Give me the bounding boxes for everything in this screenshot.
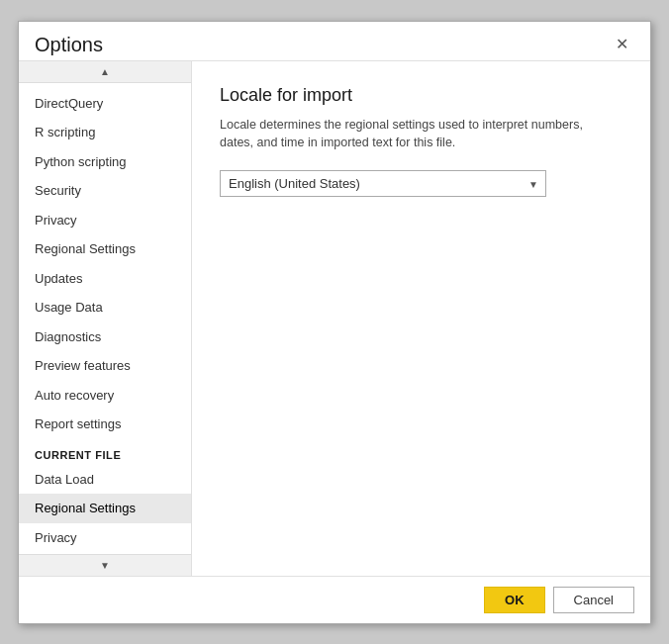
sidebar-item-regional-settings-file[interactable]: Regional Settings	[19, 494, 191, 523]
sidebar-item-python-scripting[interactable]: Python scripting	[19, 147, 191, 177]
scroll-up-arrow[interactable]: ▲	[19, 61, 191, 83]
sidebar-item-regional-settings[interactable]: Regional Settings	[19, 234, 191, 264]
chevron-up-icon: ▲	[100, 66, 110, 77]
close-button[interactable]: ✕	[610, 35, 634, 54]
sidebar-global-section: DirectQueryR scriptingPython scriptingSe…	[19, 89, 191, 439]
sidebar-item-privacy[interactable]: Privacy	[19, 206, 191, 235]
content-title: Locale for import	[220, 85, 622, 106]
dialog-title: Options	[35, 34, 103, 56]
dialog-body: ▲ DirectQueryR scriptingPython scripting…	[19, 60, 650, 576]
sidebar: ▲ DirectQueryR scriptingPython scripting…	[19, 61, 192, 576]
locale-select[interactable]: English (United States)English (United K…	[220, 170, 546, 197]
sidebar-item-directquery[interactable]: DirectQuery	[19, 89, 191, 119]
ok-button[interactable]: OK	[484, 587, 545, 613]
scroll-down-arrow[interactable]: ▼	[19, 554, 191, 576]
sidebar-file-section: Data LoadRegional SettingsPrivacyAuto re…	[19, 465, 191, 554]
sidebar-item-usage-data[interactable]: Usage Data	[19, 293, 191, 322]
sidebar-item-diagnostics[interactable]: Diagnostics	[19, 322, 191, 352]
options-dialog: Options ✕ ▲ DirectQueryR scriptingPython…	[18, 21, 651, 624]
content-description: Locale determines the regional settings …	[220, 116, 596, 153]
content-area: Locale for import Locale determines the …	[192, 61, 650, 576]
dialog-footer: OK Cancel	[19, 576, 650, 623]
sidebar-item-preview-features[interactable]: Preview features	[19, 351, 191, 381]
sidebar-scroll[interactable]: DirectQueryR scriptingPython scriptingSe…	[19, 83, 191, 554]
sidebar-item-privacy-file[interactable]: Privacy	[19, 523, 191, 553]
chevron-down-icon: ▼	[100, 560, 110, 571]
locale-select-wrapper: English (United States)English (United K…	[220, 170, 546, 197]
current-file-header: CURRENT FILE	[19, 439, 191, 465]
sidebar-item-report-settings[interactable]: Report settings	[19, 410, 191, 439]
sidebar-item-r-scripting[interactable]: R scripting	[19, 118, 191, 147]
sidebar-item-updates[interactable]: Updates	[19, 264, 191, 294]
titlebar: Options ✕	[19, 22, 650, 60]
sidebar-item-data-load[interactable]: Data Load	[19, 465, 191, 495]
sidebar-item-security[interactable]: Security	[19, 176, 191, 206]
cancel-button[interactable]: Cancel	[553, 587, 634, 613]
sidebar-item-auto-recovery[interactable]: Auto recovery	[19, 381, 191, 411]
